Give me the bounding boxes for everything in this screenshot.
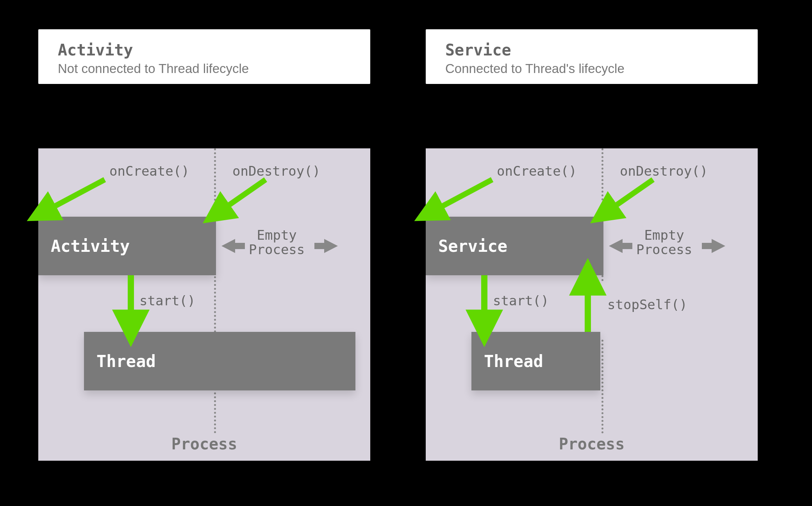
gray-arrow-left-icon <box>609 238 632 254</box>
gray-arrow-right-icon <box>702 238 725 254</box>
activity-thread-box-label: Thread <box>96 352 156 371</box>
service-header-subtitle: Connected to Thread's lifecycle <box>445 61 738 76</box>
service-box-label: Service <box>438 237 507 256</box>
service-process-label: Process <box>426 435 758 453</box>
activity-start-label: start() <box>139 293 195 308</box>
service-box: Service <box>426 217 603 275</box>
activity-start-arrow-icon <box>121 275 141 334</box>
service-stopself-label: stopSelf() <box>607 297 687 312</box>
service-header-card: Service Connected to Thread's lifecycle <box>426 29 758 84</box>
svg-marker-2 <box>609 239 632 253</box>
activity-header-subtitle: Not connected to Thread lifecycle <box>58 61 351 76</box>
activity-empty-process-label: Empty Process <box>249 228 305 257</box>
svg-line-11 <box>434 180 492 211</box>
service-start-label: start() <box>493 293 549 308</box>
service-thread-box-label: Thread <box>484 352 543 371</box>
service-oncreate-label: onCreate() <box>497 163 577 179</box>
service-ondestroy-label: onDestroy() <box>620 163 708 179</box>
svg-marker-3 <box>702 239 725 253</box>
activity-box: Activity <box>38 217 216 275</box>
service-start-arrow-icon <box>475 275 494 334</box>
service-oncreate-arrow-icon <box>426 178 504 224</box>
service-header-title: Service <box>445 41 738 59</box>
activity-header-card: Activity Not connected to Thread lifecyc… <box>38 29 370 84</box>
activity-oncreate-arrow-icon <box>38 178 116 224</box>
activity-ondestroy-arrow-icon <box>213 178 283 224</box>
service-empty-process-label: Empty Process <box>636 228 692 257</box>
svg-marker-0 <box>221 239 245 253</box>
svg-line-7 <box>221 180 266 211</box>
activity-process-label: Process <box>38 435 370 453</box>
diagram-canvas: Activity Not connected to Thread lifecyc… <box>0 0 812 506</box>
gray-arrow-left-icon <box>221 238 245 254</box>
service-lifecycle-divider-bottom <box>601 340 603 433</box>
service-stopself-arrow-icon <box>578 273 598 336</box>
activity-header-title: Activity <box>58 41 351 59</box>
svg-line-13 <box>608 180 653 211</box>
activity-thread-box: Thread <box>84 332 355 390</box>
activity-ondestroy-label: onDestroy() <box>232 163 320 179</box>
svg-marker-1 <box>314 239 338 253</box>
service-thread-box: Thread <box>471 332 600 390</box>
gray-arrow-right-icon <box>314 238 338 254</box>
activity-box-label: Activity <box>51 237 130 256</box>
svg-line-5 <box>46 180 105 211</box>
service-ondestroy-arrow-icon <box>600 178 671 224</box>
activity-oncreate-label: onCreate() <box>109 163 189 179</box>
